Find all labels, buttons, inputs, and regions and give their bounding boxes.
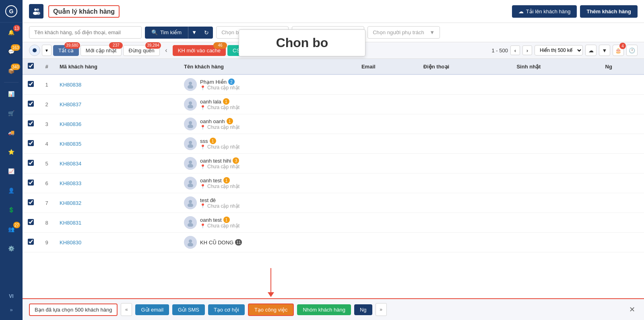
count-badge: 1 — [223, 177, 230, 184]
avatar — [184, 137, 197, 150]
user-icon: 👤 — [8, 188, 14, 194]
count-badge: 3 — [233, 157, 239, 164]
sidebar-item-products[interactable]: 🛒 — [0, 103, 23, 123]
row-checkbox[interactable] — [28, 160, 34, 166]
row-num: 5 — [39, 154, 55, 173]
row-checkbox[interactable] — [28, 81, 34, 87]
customer-code-link[interactable]: KH80832 — [60, 200, 81, 206]
row-checkbox[interactable] — [28, 120, 34, 126]
send-sms-button[interactable]: Gửi SMS — [172, 304, 205, 315]
tab-radio-all[interactable] — [29, 45, 40, 56]
table-row: 8 KH80831 oanh test 1 📍Chưa cập nhật — [23, 213, 644, 233]
svg-point-3 — [37, 8, 39, 11]
location-icon: 📍 — [200, 223, 206, 229]
search-input[interactable] — [29, 26, 142, 39]
sidebar-item-settings[interactable]: ⚙️ — [0, 239, 23, 258]
close-button[interactable]: ✕ — [626, 304, 638, 315]
send-email-button[interactable]: Gửi email — [135, 304, 169, 315]
add-customer-button[interactable]: Thêm khách hàng — [580, 5, 638, 18]
customer-code-link[interactable]: KH80831 — [60, 220, 81, 226]
row-checkbox-cell — [23, 154, 39, 173]
search-dropdown-button[interactable]: ▼ — [188, 27, 200, 39]
location-icon: 📍 — [200, 125, 206, 130]
analytics-icon: 📊 — [8, 91, 14, 97]
selected-info: Bạn đã lựa chọn 500 khách hàng — [29, 303, 118, 316]
row-checkbox[interactable] — [28, 101, 34, 107]
sidebar-item-analytics[interactable]: 📊 — [0, 84, 23, 103]
sidebar-divider-1 — [4, 82, 19, 83]
upload-icon-btn[interactable]: ☁ — [585, 45, 597, 56]
svg-text:G: G — [9, 8, 14, 14]
tab-dung-quen[interactable]: 39,284 Đừng quên — [123, 45, 159, 56]
svg-point-23 — [188, 243, 193, 246]
select-all-checkbox[interactable] — [28, 63, 34, 69]
tab-nav-left: ‹ — [161, 45, 171, 56]
upload-customers-button[interactable]: ☁ Tải lên khách hàng — [512, 5, 577, 18]
refresh-button[interactable]: ↻ — [200, 27, 213, 39]
customer-code-link[interactable]: KH80830 — [60, 239, 81, 246]
page-prev-btn[interactable]: ‹ — [510, 45, 520, 55]
customer-code-link[interactable]: KH80834 — [60, 161, 81, 167]
customer-code-link[interactable]: KH80833 — [60, 180, 81, 186]
customer-info: sss 1 📍Chưa cập nhật — [200, 138, 239, 150]
sidebar-item-favorites[interactable]: ⭐ — [0, 142, 23, 161]
display-select[interactable]: Hiển thị 500 kế — [535, 45, 583, 56]
birthday-icon-btn[interactable]: 🎂 4 — [613, 45, 624, 56]
row-checkbox[interactable] — [28, 180, 34, 186]
row-checkbox-cell — [23, 95, 39, 114]
filter-icon-btn[interactable]: ▼ — [599, 45, 610, 56]
clock-icon-btn[interactable]: 🕐 — [626, 45, 638, 56]
svg-point-6 — [189, 82, 192, 85]
ng-button[interactable]: Ng — [354, 304, 372, 315]
sidebar-item-staff[interactable]: 👥 27 — [0, 219, 23, 239]
tab-dropdown-btn[interactable]: ▼ — [42, 45, 52, 56]
row-checkbox[interactable] — [28, 219, 34, 225]
sidebar-expand-btn[interactable]: » — [9, 302, 13, 317]
chevron-down-icon: ▼ — [192, 29, 197, 35]
row-code-cell: KH80838 — [55, 74, 179, 95]
create-opportunity-button[interactable]: Tạo cơ hội — [208, 304, 245, 315]
filter-nguoi-phu-trach[interactable]: Chọn người phụ trách ▼ — [367, 26, 440, 39]
table-row: 1 KH80838 Phạm Hiền 2 📍Chưa cập nhật — [23, 74, 644, 95]
customer-code-link[interactable]: KH80838 — [60, 82, 81, 88]
row-checkbox[interactable] — [28, 140, 34, 146]
bottom-nav-arrows: « — [121, 303, 132, 316]
row-birthday — [512, 114, 600, 134]
page-next-btn[interactable]: › — [522, 45, 532, 55]
sidebar-item-chat[interactable]: 💬 163 — [0, 42, 23, 61]
tab-moi-cap-nhat[interactable]: 237 Mới cập nhật — [80, 45, 122, 56]
create-task-button[interactable]: Tạo công việc — [248, 303, 294, 316]
row-checkbox[interactable] — [28, 199, 34, 205]
sidebar-item-shipping[interactable]: 🚚 — [0, 123, 23, 142]
sidebar-item-notification[interactable]: 🔔 13 — [0, 23, 23, 42]
svg-point-8 — [189, 101, 192, 105]
bottom-prev-btn[interactable]: « — [121, 303, 132, 316]
sidebar-item-money[interactable]: 💲 — [0, 200, 23, 219]
row-email — [357, 213, 419, 233]
avatar — [184, 196, 197, 209]
svg-point-14 — [189, 161, 192, 164]
row-checkbox[interactable] — [28, 239, 34, 245]
bottom-next-btn[interactable]: » — [376, 303, 387, 316]
tab-prev-btn[interactable]: ‹ — [161, 45, 171, 56]
search-button[interactable]: 🔍 Tim kiếm — [145, 27, 188, 39]
row-code-cell: KH80836 — [55, 114, 179, 134]
language-switcher[interactable]: VI — [9, 290, 13, 302]
tab-tat-ca[interactable]: 39,680 Tất cả — [53, 45, 79, 56]
tab-kh-cache[interactable]: 46 KH mới vào cache — [173, 45, 226, 56]
sidebar-item-orders[interactable]: 📦 340 — [0, 61, 23, 81]
sidebar-item-chart[interactable]: 📈 — [0, 161, 23, 181]
customer-code-link[interactable]: KH80835 — [60, 141, 81, 147]
app-logo[interactable]: G — [0, 0, 23, 23]
nhom-khach-hang-button[interactable]: Nhóm khách hàng — [297, 304, 351, 315]
customer-code-link[interactable]: KH80836 — [60, 121, 81, 127]
row-num: 1 — [39, 74, 55, 95]
location-icon: 📍 — [200, 105, 206, 110]
customer-code-link[interactable]: KH80837 — [60, 101, 81, 107]
row-checkbox-cell — [23, 134, 39, 154]
sidebar-item-users[interactable]: 👤 — [0, 181, 23, 200]
row-phone — [419, 95, 512, 114]
row-num: 3 — [39, 114, 55, 134]
search-icon: 🔍 — [151, 29, 158, 35]
row-email — [357, 233, 419, 252]
